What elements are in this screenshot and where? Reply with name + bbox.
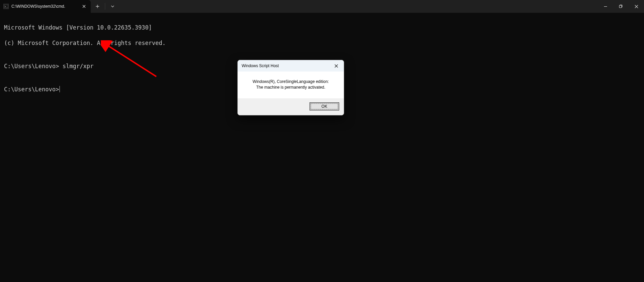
dialog-close-button[interactable] xyxy=(330,62,342,70)
cmd-icon: >_ xyxy=(3,4,9,9)
minimize-button[interactable] xyxy=(598,0,613,13)
svg-text:>_: >_ xyxy=(5,5,8,8)
close-icon xyxy=(334,64,338,68)
ok-button[interactable]: OK xyxy=(310,102,339,110)
dialog-body: Windows(R), CoreSingleLanguage edition: … xyxy=(238,72,344,98)
titlebar-drag-region[interactable] xyxy=(119,0,598,13)
maximize-button[interactable] xyxy=(613,0,629,13)
dialog-titlebar[interactable]: Windows Script Host xyxy=(238,60,344,72)
dialog-windows-script-host: Windows Script Host Windows(R), CoreSing… xyxy=(237,60,344,115)
close-icon xyxy=(635,5,638,8)
dialog-title-text: Windows Script Host xyxy=(242,63,330,68)
new-tab-button[interactable] xyxy=(91,0,104,13)
terminal-line: Microsoft Windows [Version 10.0.22635.39… xyxy=(4,24,640,32)
prompt: C:\Users\Lenovo> xyxy=(4,86,59,93)
tab-close-button[interactable] xyxy=(81,3,87,10)
close-icon xyxy=(82,5,86,8)
cursor xyxy=(59,86,60,92)
prompt: C:\Users\Lenovo> xyxy=(4,63,63,69)
titlebar-separator xyxy=(105,3,105,10)
dialog-message-line: Windows(R), CoreSingleLanguage edition: xyxy=(243,79,338,85)
command-text: slmgr/xpr xyxy=(63,63,93,69)
chevron-down-icon xyxy=(111,4,115,8)
minimize-icon xyxy=(604,5,607,8)
plus-icon xyxy=(95,4,99,8)
titlebar: >_ C:\WINDOWS\system32\cmd. xyxy=(0,0,644,13)
dialog-message-line: The machine is permanently activated. xyxy=(243,85,338,90)
tab-title: C:\WINDOWS\system32\cmd. xyxy=(11,4,78,9)
window-controls xyxy=(598,0,644,13)
terminal-line: (c) Microsoft Corporation. All rights re… xyxy=(4,39,640,47)
tab-cmd[interactable]: >_ C:\WINDOWS\system32\cmd. xyxy=(0,0,91,13)
restore-icon xyxy=(619,4,623,8)
tab-dropdown-button[interactable] xyxy=(106,0,119,13)
terminal-output[interactable]: Microsoft Windows [Version 10.0.22635.39… xyxy=(0,13,644,282)
window-close-button[interactable] xyxy=(629,0,644,13)
svg-rect-3 xyxy=(619,5,622,8)
dialog-footer: OK xyxy=(238,98,344,115)
